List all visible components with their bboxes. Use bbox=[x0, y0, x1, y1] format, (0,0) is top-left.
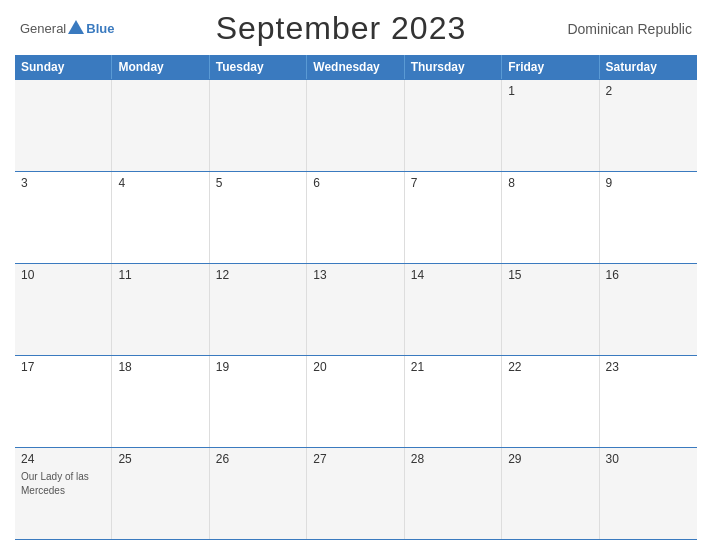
day-number: 19 bbox=[216, 360, 300, 374]
day-header-tuesday: Tuesday bbox=[210, 55, 307, 79]
day-cell: 17 bbox=[15, 356, 112, 447]
day-cell: 13 bbox=[307, 264, 404, 355]
day-cell: 10 bbox=[15, 264, 112, 355]
calendar-header: General Blue September 2023 Dominican Re… bbox=[15, 10, 697, 47]
day-cell: 28 bbox=[405, 448, 502, 539]
day-number: 12 bbox=[216, 268, 300, 282]
logo: General Blue bbox=[20, 21, 114, 36]
country-name: Dominican Republic bbox=[567, 21, 692, 37]
day-cell: 3 bbox=[15, 172, 112, 263]
day-cell: 11 bbox=[112, 264, 209, 355]
day-number: 13 bbox=[313, 268, 397, 282]
weeks-container: 123456789101112131415161718192021222324O… bbox=[15, 79, 697, 540]
day-cell: 29 bbox=[502, 448, 599, 539]
logo-blue: Blue bbox=[86, 21, 114, 36]
day-header-sunday: Sunday bbox=[15, 55, 112, 79]
day-number: 5 bbox=[216, 176, 300, 190]
day-number: 11 bbox=[118, 268, 202, 282]
day-cell: 4 bbox=[112, 172, 209, 263]
day-cell: 9 bbox=[600, 172, 697, 263]
day-number: 7 bbox=[411, 176, 495, 190]
day-cell bbox=[15, 80, 112, 171]
day-cell: 16 bbox=[600, 264, 697, 355]
day-number: 26 bbox=[216, 452, 300, 466]
day-cell: 21 bbox=[405, 356, 502, 447]
day-number: 1 bbox=[508, 84, 592, 98]
logo-general: General bbox=[20, 21, 66, 36]
day-number: 15 bbox=[508, 268, 592, 282]
day-cell: 18 bbox=[112, 356, 209, 447]
day-header-wednesday: Wednesday bbox=[307, 55, 404, 79]
day-cell: 15 bbox=[502, 264, 599, 355]
logo-triangle-icon bbox=[68, 20, 84, 34]
day-number: 20 bbox=[313, 360, 397, 374]
day-cell: 5 bbox=[210, 172, 307, 263]
day-cell bbox=[210, 80, 307, 171]
week-row-3: 10111213141516 bbox=[15, 264, 697, 356]
week-row-2: 3456789 bbox=[15, 172, 697, 264]
calendar-grid: SundayMondayTuesdayWednesdayThursdayFrid… bbox=[15, 55, 697, 540]
day-number: 3 bbox=[21, 176, 105, 190]
day-cell: 12 bbox=[210, 264, 307, 355]
day-cell bbox=[405, 80, 502, 171]
day-number: 2 bbox=[606, 84, 691, 98]
day-cell: 19 bbox=[210, 356, 307, 447]
day-number: 16 bbox=[606, 268, 691, 282]
day-cell: 1 bbox=[502, 80, 599, 171]
month-title: September 2023 bbox=[216, 10, 467, 47]
day-number: 6 bbox=[313, 176, 397, 190]
day-header-monday: Monday bbox=[112, 55, 209, 79]
day-cell: 8 bbox=[502, 172, 599, 263]
day-cell: 2 bbox=[600, 80, 697, 171]
day-number: 22 bbox=[508, 360, 592, 374]
day-headers-row: SundayMondayTuesdayWednesdayThursdayFrid… bbox=[15, 55, 697, 79]
day-cell: 27 bbox=[307, 448, 404, 539]
day-cell: 24Our Lady of las Mercedes bbox=[15, 448, 112, 539]
day-number: 9 bbox=[606, 176, 691, 190]
day-number: 24 bbox=[21, 452, 105, 466]
day-cell: 25 bbox=[112, 448, 209, 539]
calendar-container: General Blue September 2023 Dominican Re… bbox=[0, 0, 712, 550]
day-number: 21 bbox=[411, 360, 495, 374]
day-number: 10 bbox=[21, 268, 105, 282]
day-number: 4 bbox=[118, 176, 202, 190]
day-cell bbox=[112, 80, 209, 171]
day-header-friday: Friday bbox=[502, 55, 599, 79]
day-number: 28 bbox=[411, 452, 495, 466]
day-header-thursday: Thursday bbox=[405, 55, 502, 79]
day-cell: 23 bbox=[600, 356, 697, 447]
day-cell bbox=[307, 80, 404, 171]
day-cell: 20 bbox=[307, 356, 404, 447]
day-number: 29 bbox=[508, 452, 592, 466]
day-number: 8 bbox=[508, 176, 592, 190]
holiday-label: Our Lady of las Mercedes bbox=[21, 471, 89, 496]
day-number: 14 bbox=[411, 268, 495, 282]
week-row-1: 12 bbox=[15, 79, 697, 172]
week-row-4: 17181920212223 bbox=[15, 356, 697, 448]
day-header-saturday: Saturday bbox=[600, 55, 697, 79]
day-cell: 7 bbox=[405, 172, 502, 263]
day-cell: 22 bbox=[502, 356, 599, 447]
day-number: 30 bbox=[606, 452, 691, 466]
day-cell: 14 bbox=[405, 264, 502, 355]
week-row-5: 24Our Lady of las Mercedes252627282930 bbox=[15, 448, 697, 540]
day-cell: 6 bbox=[307, 172, 404, 263]
day-number: 27 bbox=[313, 452, 397, 466]
day-number: 17 bbox=[21, 360, 105, 374]
day-number: 18 bbox=[118, 360, 202, 374]
day-number: 25 bbox=[118, 452, 202, 466]
day-cell: 26 bbox=[210, 448, 307, 539]
day-cell: 30 bbox=[600, 448, 697, 539]
day-number: 23 bbox=[606, 360, 691, 374]
